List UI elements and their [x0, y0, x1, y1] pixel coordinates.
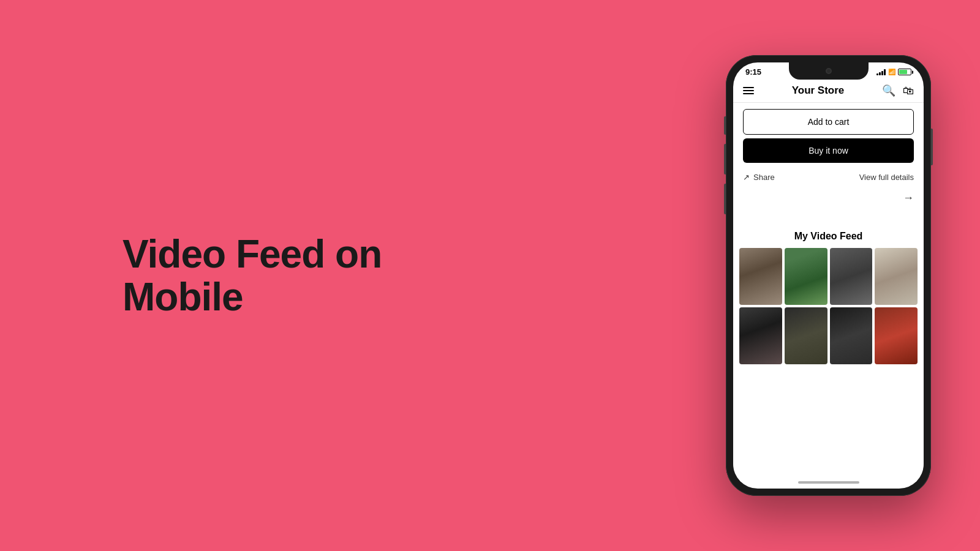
phone-notch — [789, 62, 869, 80]
front-camera — [826, 68, 832, 74]
silent-button — [724, 116, 726, 135]
share-button[interactable]: ↗ Share — [743, 173, 775, 182]
phone-body: 9:15 📶 — [726, 55, 931, 496]
view-full-details-link[interactable]: View full details — [859, 173, 914, 182]
buy-it-now-button[interactable]: Buy it now — [743, 138, 914, 163]
status-icons: 📶 — [876, 69, 911, 75]
video-grid — [739, 248, 918, 364]
video-thumbnail-4[interactable] — [875, 248, 918, 305]
store-title: Your Store — [792, 84, 845, 97]
spacer — [733, 209, 924, 231]
battery-level — [899, 70, 907, 74]
video-feed-section: My Video Feed — [733, 231, 924, 364]
screen-content: 9:15 📶 — [733, 62, 924, 471]
arrow-area: → — [733, 189, 924, 209]
video-thumbnail-7[interactable] — [830, 307, 873, 364]
video-thumbnail-5[interactable] — [739, 307, 782, 364]
add-to-cart-button[interactable]: Add to cart — [743, 109, 914, 135]
search-icon[interactable]: 🔍 — [882, 84, 895, 97]
page-heading: Video Feed on Mobile — [123, 233, 490, 319]
nav-icons: 🔍 🛍 — [882, 84, 914, 97]
share-icon: ↗ — [743, 173, 750, 182]
home-indicator — [798, 481, 859, 484]
video-feed-title: My Video Feed — [739, 231, 918, 242]
video-thumbnail-6[interactable] — [785, 307, 827, 364]
hamburger-menu[interactable] — [743, 87, 754, 94]
battery-icon — [898, 69, 911, 75]
next-arrow-icon[interactable]: → — [903, 192, 914, 204]
video-thumbnail-3[interactable] — [830, 248, 873, 305]
video-thumbnail-2[interactable] — [785, 248, 827, 305]
store-navbar: Your Store 🔍 🛍 — [733, 79, 924, 103]
signal-icon — [876, 69, 886, 75]
video-thumbnail-1[interactable] — [739, 248, 782, 305]
wifi-icon: 📶 — [888, 69, 895, 75]
video-thumbnail-8[interactable] — [875, 307, 918, 364]
share-label: Share — [753, 173, 775, 182]
phone-screen: 9:15 📶 — [733, 62, 924, 489]
volume-up-button — [724, 144, 726, 174]
volume-down-button — [724, 184, 726, 214]
power-button — [931, 129, 933, 165]
cart-icon[interactable]: 🛍 — [903, 84, 914, 97]
action-row: ↗ Share View full details — [733, 169, 924, 189]
status-time: 9:15 — [745, 67, 761, 77]
phone-mockup: 9:15 📶 — [726, 55, 931, 496]
